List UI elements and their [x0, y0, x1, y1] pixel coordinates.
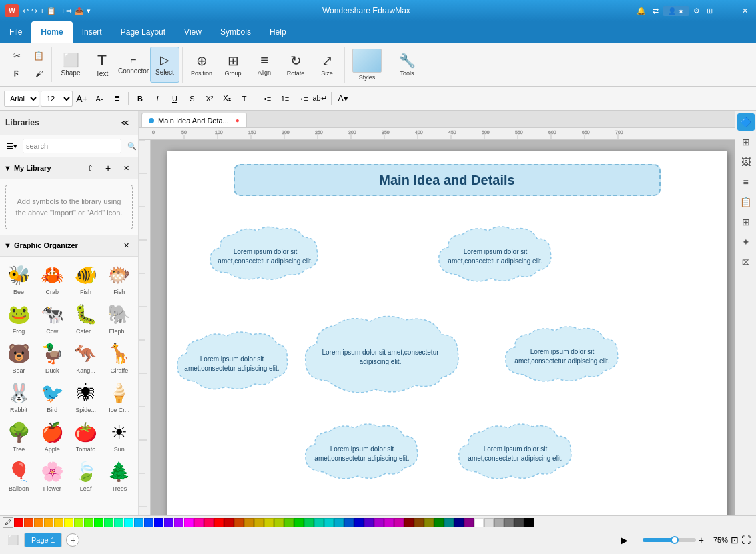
color-swatch[interactable] [124, 518, 133, 527]
symbol-item-balloon[interactable]: 🎈Balloon [3, 456, 35, 494]
zoom-handle[interactable] [671, 536, 679, 544]
symbol-item-sun[interactable]: ☀Sun [103, 417, 135, 455]
font-grow-btn[interactable]: A+ [74, 91, 90, 107]
canvas-page[interactable]: Main Idea and Details Lorem ipsum dolor … [167, 151, 727, 515]
format-painter-btn[interactable]: 🖌 [29, 65, 49, 82]
color-swatch[interactable] [434, 518, 444, 527]
symbol-item-giraffe[interactable]: 🦒Giraffe [103, 338, 135, 376]
bold-btn[interactable]: B [132, 91, 148, 107]
fullscreen-btn[interactable]: ⛶ [741, 535, 751, 545]
import-lib-btn[interactable]: ⇧ [82, 160, 98, 176]
color-swatch[interactable] [424, 518, 434, 527]
color-swatch[interactable] [104, 518, 113, 527]
symbol-item-icecr[interactable]: 🍦Ice Cr... [103, 377, 135, 415]
connector-tool-btn[interactable]: ⌐ Connector [119, 47, 148, 83]
color-swatch[interactable] [284, 518, 294, 527]
search-btn[interactable]: 🔍 [124, 138, 139, 154]
color-swatch[interactable] [324, 518, 334, 527]
color-swatch[interactable] [514, 518, 524, 527]
fit-page-btn[interactable]: ⊡ [731, 535, 739, 545]
color-swatch[interactable] [224, 518, 234, 527]
color-swatch[interactable] [524, 518, 534, 527]
symbol-item-leaf[interactable]: 🍃Leaf [70, 456, 102, 494]
color-swatch[interactable] [84, 518, 93, 527]
underline-btn[interactable]: U [167, 91, 183, 107]
symbol-item-rabbit[interactable]: 🐰Rabbit [3, 377, 35, 415]
library-menu-btn[interactable]: ☰▾ [4, 138, 20, 154]
color-swatch[interactable] [364, 518, 374, 527]
zoom-in-btn[interactable]: + [699, 535, 704, 545]
color-swatch[interactable] [34, 518, 43, 527]
right-panel-list-btn[interactable]: ≡ [737, 173, 755, 191]
color-swatch[interactable] [184, 518, 194, 527]
active-tab[interactable]: Main Idea And Deta... ● [141, 113, 247, 127]
color-swatch[interactable] [384, 518, 394, 527]
symbol-item-duck[interactable]: 🦆Duck [36, 338, 68, 376]
add-lib-btn[interactable]: + [100, 160, 116, 176]
color-swatch[interactable] [234, 518, 244, 527]
menu-page-layout[interactable]: Page Layout [111, 21, 175, 43]
close-graphic-btn[interactable]: ✕ [118, 237, 134, 253]
cloud-4[interactable]: Lorem ipsum dolor sit amet,consectetur a… [300, 311, 460, 399]
symbol-item-bird[interactable]: 🐦Bird [36, 377, 68, 415]
diagram-title[interactable]: Main Idea and Details [234, 164, 661, 196]
fill-color-btn[interactable]: A▾ [335, 91, 351, 107]
indent-btn[interactable]: →≡ [294, 91, 310, 107]
menu-symbols[interactable]: Symbols [211, 21, 260, 43]
color-swatch[interactable] [24, 518, 33, 527]
right-panel-star-btn[interactable]: ✦ [737, 233, 755, 251]
cloud-1[interactable]: Lorem ipsum dolor sit amet,consectetur a… [207, 223, 324, 288]
symbol-item-cow[interactable]: 🐄Cow [36, 299, 68, 337]
right-panel-symbol-btn[interactable]: 🔷 [737, 113, 755, 131]
search-input[interactable] [23, 139, 121, 153]
cloud-7[interactable]: Lorem ipsum dolor sit amet,consectetur a… [454, 420, 577, 485]
cloud-6[interactable]: Lorem ipsum dolor sit amet,consectetur a… [300, 420, 424, 485]
add-page-btn[interactable]: + [66, 533, 79, 547]
symbol-item-frog[interactable]: 🐸Frog [3, 299, 35, 337]
color-swatch[interactable] [354, 518, 364, 527]
color-swatch[interactable] [204, 518, 214, 527]
color-swatch[interactable] [494, 518, 504, 527]
right-panel-table-btn[interactable]: 📋 [737, 193, 755, 211]
symbol-item-tomato[interactable]: 🍅Tomato [70, 417, 102, 455]
rotate-btn[interactable]: ↻ Rotate [281, 47, 310, 83]
subscript-btn[interactable]: X₂ [219, 91, 235, 107]
symbol-item-crab[interactable]: 🦀Crab [36, 259, 68, 297]
color-swatch[interactable] [54, 518, 63, 527]
color-swatch[interactable] [444, 518, 454, 527]
font-family-select[interactable]: Arial [4, 91, 39, 107]
color-swatch[interactable] [74, 518, 83, 527]
menu-insert[interactable]: Insert [73, 21, 111, 43]
color-swatch[interactable] [394, 518, 404, 527]
symbol-item-tree[interactable]: 🌳Tree [3, 417, 35, 455]
color-swatch[interactable] [264, 518, 274, 527]
symbol-item-bear[interactable]: 🐻Bear [3, 338, 35, 376]
close-lib-btn[interactable]: ✕ [118, 160, 134, 176]
color-swatch[interactable] [454, 518, 464, 527]
cut-btn[interactable]: ✂ [7, 47, 27, 64]
color-swatch[interactable] [464, 518, 474, 527]
font-shrink-btn[interactable]: A- [91, 91, 107, 107]
color-swatch[interactable] [144, 518, 153, 527]
color-swatch[interactable] [484, 518, 494, 527]
symbol-item-cater[interactable]: 🐛Cater... [70, 299, 102, 337]
numbered-list-btn[interactable]: 1≡ [277, 91, 293, 107]
copy-btn[interactable]: ⎘ [7, 65, 27, 82]
color-swatch[interactable] [174, 518, 183, 527]
color-swatch[interactable] [44, 518, 53, 527]
menu-file[interactable]: File [0, 21, 31, 43]
color-swatch[interactable] [114, 518, 123, 527]
color-swatch[interactable] [254, 518, 264, 527]
color-swatch[interactable] [374, 518, 384, 527]
symbol-item-apple[interactable]: 🍎Apple [36, 417, 68, 455]
canvas-wrapper[interactable]: /* ruler marks via CSS */ 0 50 100 150 2… [139, 128, 735, 515]
color-swatch[interactable] [344, 518, 354, 527]
paste-btn[interactable]: 📋 [29, 47, 49, 64]
symbol-item-bee[interactable]: 🐝Bee [3, 259, 35, 297]
canvas-scroll-area[interactable]: Main Idea and Details Lorem ipsum dolor … [151, 140, 735, 515]
color-swatch[interactable] [414, 518, 424, 527]
align-btn[interactable]: ≡ Align [250, 47, 279, 83]
color-swatch[interactable] [304, 518, 314, 527]
shape-tool-btn[interactable]: ⬜ Shape [56, 47, 85, 83]
symbol-item-kang[interactable]: 🦘Kang... [70, 338, 102, 376]
